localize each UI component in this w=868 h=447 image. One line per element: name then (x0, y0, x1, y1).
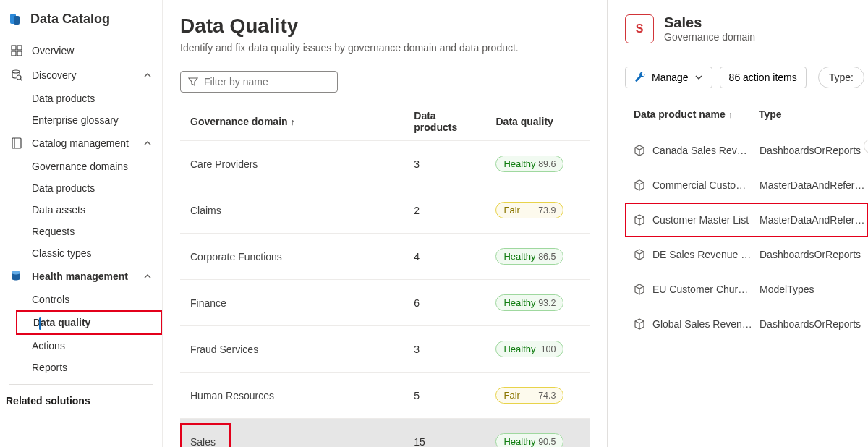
table-row[interactable]: Care Providers3Healthy89.6 (180, 141, 590, 187)
chevron-up-icon (143, 139, 152, 148)
sort-asc-icon: ↑ (726, 110, 733, 120)
status-badge: Healthy93.2 (495, 294, 563, 311)
col-quality[interactable]: Data quality (487, 103, 590, 141)
nav-label: Overview (32, 45, 152, 56)
svg-rect-5 (17, 51, 22, 56)
divider (9, 384, 153, 385)
status-badge: Healthy90.5 (495, 433, 563, 447)
col-dp-name[interactable]: Data product name↑ (634, 108, 753, 120)
page-subtitle: Identify and fix data quality issues by … (180, 42, 590, 54)
col-domain[interactable]: Governance domain↑ (180, 103, 405, 141)
nav-actions[interactable]: Actions (0, 335, 162, 357)
cube-icon (634, 214, 645, 226)
manage-button[interactable]: Manage (625, 67, 712, 88)
nav-data-quality[interactable]: Data quality (16, 310, 162, 335)
status-badge: Healthy86.5 (495, 248, 563, 265)
cube-icon (634, 249, 645, 260)
nav-data-products[interactable]: Data products (0, 88, 162, 109)
table-row[interactable]: Claims2Fair73.9 (180, 187, 590, 234)
svg-rect-1 (14, 16, 20, 25)
table-row[interactable]: Corporate Functions4Healthy86.5 (180, 234, 590, 280)
filter-icon (188, 77, 198, 87)
domain-table: Governance domain↑ Data products Data qu… (180, 103, 590, 447)
chevron-up-icon (143, 272, 152, 281)
status-badge: Healthy100 (495, 341, 563, 357)
nav-overview[interactable]: Overview (0, 38, 162, 63)
cell-products: 2 (405, 187, 487, 234)
col-products[interactable]: Data products (405, 103, 487, 141)
table-row[interactable]: Human Resources5Fair74.3 (180, 372, 590, 419)
cell-quality: Fair74.3 (487, 372, 590, 419)
nav-label: Health management (32, 271, 135, 282)
cell-products: 3 (405, 326, 487, 372)
related-solutions-header: Related solutions (0, 388, 162, 414)
cell-domain: Corporate Functions (180, 234, 405, 280)
table-row[interactable]: Finance6Healthy93.2 (180, 280, 590, 326)
cell-domain: Human Resources (180, 372, 405, 419)
nav-health-management[interactable]: Health management (0, 264, 162, 289)
cube-icon (634, 179, 645, 191)
chevron-up-icon (143, 71, 152, 80)
data-product-row[interactable]: EU Customer Churn …ModelTypes (625, 272, 868, 307)
nav-reports[interactable]: Reports (0, 357, 162, 378)
dp-name: Global Sales Revenu… (652, 318, 752, 330)
cell-quality: Fair73.9 (487, 187, 590, 234)
nav-classic-types[interactable]: Classic types (0, 242, 162, 264)
nav-data-assets[interactable]: Data assets (0, 199, 162, 221)
nav-governance-domains[interactable]: Governance domains (0, 156, 162, 177)
svg-rect-2 (12, 46, 16, 50)
data-product-row[interactable]: Commercial Custom…MasterDataAndReferen… (625, 168, 868, 203)
table-row[interactable]: Sales15Healthy90.5 (180, 419, 590, 448)
cell-products: 5 (405, 372, 487, 419)
main-content: Data Quality Identify and fix data quali… (163, 0, 608, 447)
nav-catalog-management[interactable]: Catalog management (0, 131, 162, 156)
dp-type: MasterDataAndReferen… (760, 214, 867, 226)
col-dp-type[interactable]: Type (759, 108, 782, 120)
app-title: Data Catalog (30, 12, 110, 27)
dp-name: Commercial Custom… (652, 179, 752, 191)
nav-enterprise-glossary[interactable]: Enterprise glossary (0, 109, 162, 131)
svg-rect-4 (12, 51, 16, 56)
search-db-icon (10, 69, 23, 82)
svg-point-7 (17, 75, 21, 80)
nav-label: Catalog management (32, 137, 135, 149)
cell-quality: Healthy100 (487, 326, 590, 372)
filter-by-name[interactable] (180, 71, 338, 93)
nav-data-products-2[interactable]: Data products (0, 177, 162, 199)
dp-name: Customer Master List (652, 214, 752, 226)
cell-domain: Claims (180, 187, 405, 234)
status-badge: Healthy89.6 (495, 156, 563, 172)
table-row[interactable]: Fraud Services3Healthy100 (180, 326, 590, 372)
data-product-row[interactable]: Canada Sales Reven…DashboardsOrReports (625, 133, 868, 168)
nav-requests[interactable]: Requests (0, 221, 162, 242)
sort-asc-icon: ↑ (288, 117, 295, 127)
dp-name: EU Customer Churn … (652, 284, 752, 295)
cell-domain: Sales (180, 419, 405, 448)
filter-input[interactable] (204, 76, 330, 88)
cell-quality: Healthy90.5 (487, 419, 590, 448)
cell-quality: Healthy93.2 (487, 280, 590, 326)
svg-point-6 (12, 70, 20, 73)
data-product-row[interactable]: Customer Master ListMasterDataAndReferen… (625, 203, 868, 237)
svg-point-11 (12, 271, 20, 275)
domain-badge: S (625, 14, 654, 43)
nav-controls[interactable]: Controls (0, 289, 162, 310)
cell-domain: Care Providers (180, 141, 405, 187)
cell-products: 15 (405, 419, 487, 448)
action-items-button[interactable]: 86 action items (720, 67, 807, 88)
cell-domain: Fraud Services (180, 326, 405, 372)
dp-type: DashboardsOrReports (760, 318, 868, 330)
nav-discovery[interactable]: Discovery (0, 63, 162, 88)
svg-rect-8 (12, 138, 21, 148)
wrench-icon (634, 72, 646, 83)
dp-type: MasterDataAndReferen… (760, 179, 868, 191)
cube-icon (634, 318, 645, 330)
book-icon (10, 137, 23, 150)
types-pill[interactable]: Type: (818, 67, 864, 88)
detail-title: Sales (664, 14, 755, 31)
data-product-row[interactable]: Global Sales Revenu…DashboardsOrReports (625, 307, 868, 341)
data-product-row[interactable]: DE Sales Revenue In…DashboardsOrReports (625, 237, 868, 272)
cell-quality: Healthy86.5 (487, 234, 590, 280)
cell-products: 3 (405, 141, 487, 187)
page-title: Data Quality (180, 14, 590, 38)
